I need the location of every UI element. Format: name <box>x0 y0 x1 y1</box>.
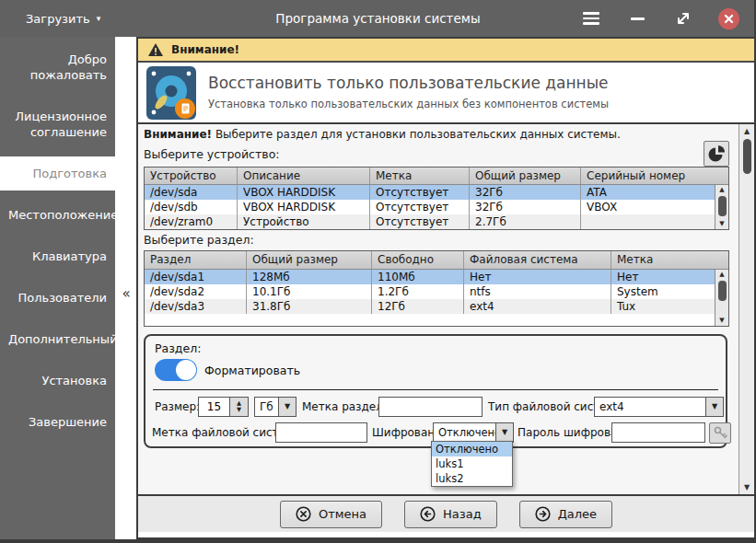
partition-cell: System <box>611 284 715 299</box>
dropdown-option[interactable]: luks1 <box>432 456 512 471</box>
back-icon <box>420 506 436 522</box>
password-key-button[interactable] <box>709 422 731 444</box>
sidebar-item[interactable]: Установка <box>0 364 115 398</box>
scroll-up-icon[interactable]: ▲ <box>719 270 724 280</box>
device-table-body: /dev/sda VBOX HARDDISK Отсутствует 32Гб … <box>145 185 715 229</box>
size-label: Размер: <box>155 400 200 413</box>
device-cell: /dev/sdb <box>145 200 238 214</box>
chevron-down-icon: ▼ <box>495 423 513 442</box>
device-table-header-cell: Общий размер <box>470 168 581 184</box>
encryption-password-input[interactable] <box>611 422 705 443</box>
sidebar-item[interactable]: Пользователи <box>0 281 115 315</box>
sidebar-collapse-button[interactable]: « <box>118 283 134 304</box>
device-table-header-cell: Описание <box>238 168 370 184</box>
key-icon <box>713 425 728 441</box>
device-cell: VBOX <box>581 200 715 214</box>
spin-down-icon[interactable]: ▼ <box>237 407 241 413</box>
device-cell: /dev/sda <box>145 185 238 200</box>
partition-cell: 110Мб <box>372 270 464 284</box>
partition-cell: ext4 <box>464 299 611 314</box>
installer-window: Загрузить ▾ Программа установки системы <box>0 0 756 543</box>
menu-button[interactable] <box>580 7 602 29</box>
partition-table-header-cell: Метка <box>611 251 728 269</box>
dropdown-option[interactable]: luks2 <box>432 471 512 486</box>
partition-cell: 1.2Гб <box>372 284 464 299</box>
sidebar-item[interactable]: Лицензионное соглашение <box>0 99 115 149</box>
scroll-up-icon[interactable]: ▲ <box>719 185 724 195</box>
titlebar: Загрузить ▾ Программа установки системы <box>0 0 756 37</box>
fs-type-value: ext4 <box>595 398 705 416</box>
scroll-thumb[interactable] <box>743 139 751 174</box>
window-bottom-border <box>0 539 756 543</box>
device-table-row[interactable]: /dev/sda VBOX HARDDISK Отсутствует 32Гб … <box>145 185 715 200</box>
pie-chart-icon <box>707 144 726 163</box>
chevron-down-icon: ▼ <box>705 398 723 416</box>
sidebar-item[interactable]: Дополнительный <box>0 322 115 356</box>
close-button[interactable] <box>718 8 739 29</box>
scroll-down-icon[interactable]: ▼ <box>744 480 750 494</box>
device-cell: VBOX HARDDISK <box>238 185 370 200</box>
fs-type-select[interactable]: ext4 ▼ <box>594 397 724 417</box>
page-title: Восстановить только пользовательские дан… <box>208 74 609 92</box>
scroll-up-icon[interactable]: ▲ <box>744 124 750 138</box>
partition-cell: 31.8Гб <box>247 299 372 314</box>
next-button[interactable]: Далее <box>519 501 612 528</box>
encryption-value: Отключено <box>434 423 495 442</box>
partition-table-row[interactable]: /dev/sda1 128Мб 110Мб Нет Нет <box>145 270 715 284</box>
sidebar-gutter: « <box>115 37 136 543</box>
partition-table-header-cell: Раздел <box>145 251 247 269</box>
partition-chart-button[interactable] <box>704 141 729 167</box>
scroll-down-icon[interactable]: ▼ <box>719 316 724 326</box>
sidebar-item[interactable]: Местоположение <box>0 198 115 232</box>
scroll-thumb[interactable] <box>718 196 727 216</box>
notice-rest: Выберите раздел для установки пользовате… <box>212 128 621 141</box>
minimize-icon <box>631 17 645 20</box>
encryption-select[interactable]: Отключено ▼ <box>433 422 514 443</box>
partition-cell: 128Мб <box>247 270 372 284</box>
partition-label-input[interactable] <box>378 397 483 417</box>
warning-banner: Внимание! <box>138 39 754 63</box>
device-table-row[interactable]: /dev/zram0 Устройство Отсутствует 2.7Гб <box>145 214 715 229</box>
warning-icon <box>147 42 164 57</box>
size-spin-buttons[interactable]: ▲ ▼ <box>230 397 249 417</box>
partition-table-scrollbar[interactable]: ▲ ▼ <box>715 270 728 326</box>
main-scrollbar[interactable]: ▲ ▼ <box>739 124 754 494</box>
back-button-label: Назад <box>443 507 482 521</box>
content-panel: Внимание! Восстановить только пользовате… <box>136 37 756 540</box>
format-toggle[interactable] <box>155 359 197 381</box>
warning-banner-text: Внимание! <box>171 43 239 56</box>
sidebar-item[interactable]: Подготовка <box>0 156 115 191</box>
partition-groupbox: Раздел: Форматировать Размер: ▲ ▼ <box>144 334 727 448</box>
minimize-button[interactable] <box>626 7 648 29</box>
fs-label-input[interactable] <box>275 422 367 443</box>
scroll-thumb[interactable] <box>718 281 727 301</box>
sidebar-item[interactable]: Добро пожаловать <box>0 42 115 92</box>
device-table-scrollbar[interactable]: ▲ ▼ <box>715 185 728 229</box>
partition-table-row[interactable]: /dev/sda2 10.1Гб 1.2Гб ntfs System <box>145 284 715 299</box>
partition-table-row[interactable]: /dev/sda3 31.8Гб 12Гб ext4 Tux <box>145 299 715 314</box>
size-unit-value: Гб <box>255 398 278 416</box>
sidebar-item[interactable]: Клавиатура <box>0 239 115 273</box>
maximize-button[interactable] <box>672 7 694 29</box>
device-table-header-cell: Серийный номер <box>581 168 728 184</box>
sidebar-item[interactable]: Завершение <box>0 405 115 439</box>
next-icon <box>535 506 551 522</box>
notice-bold: Внимание! <box>144 128 212 141</box>
partition-select-label: Выберите раздел: <box>144 233 254 247</box>
partition-cell: /dev/sda1 <box>145 270 247 284</box>
cancel-icon <box>296 506 311 522</box>
scroll-down-icon[interactable]: ▼ <box>719 219 724 229</box>
size-input[interactable] <box>198 397 230 417</box>
device-table-row[interactable]: /dev/sdb VBOX HARDDISK Отсутствует 32Гб … <box>145 200 715 214</box>
next-button-label: Далее <box>558 507 597 521</box>
device-cell: 32Гб <box>470 185 581 200</box>
cancel-button[interactable]: Отмена <box>280 501 382 528</box>
device-cell: Устройство <box>238 214 370 229</box>
dropdown-option[interactable]: Отключено <box>432 442 512 456</box>
size-unit-select[interactable]: Гб ▼ <box>254 397 297 417</box>
device-cell: 32Гб <box>470 200 581 214</box>
back-button[interactable]: Назад <box>404 501 497 528</box>
format-label: Форматировать <box>204 364 300 377</box>
partition-table-header: РазделОбщий размерСвободноФайловая систе… <box>145 251 728 270</box>
page-header: Восстановить только пользовательские дан… <box>138 63 754 124</box>
